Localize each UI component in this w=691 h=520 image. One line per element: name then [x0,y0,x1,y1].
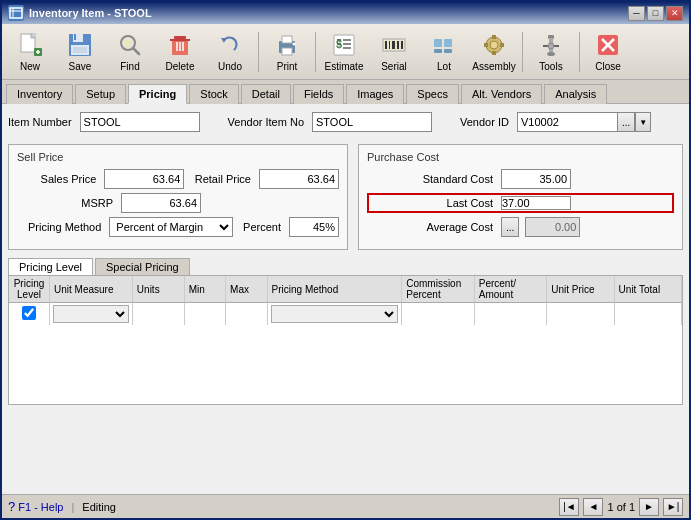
tab-inventory[interactable]: Inventory [6,84,73,104]
standard-cost-label: Standard Cost [367,173,497,185]
row-unit-measure-select[interactable] [53,305,129,323]
col-commission: CommissionPercent [402,276,475,303]
item-number-input[interactable] [80,112,200,132]
tab-images[interactable]: Images [346,84,404,104]
undo-icon [216,31,244,59]
row-method-cell[interactable] [267,303,402,325]
pricing-method-row: Pricing Method Percent of Margin Percent [17,217,339,237]
status-right: |◄ ◄ 1 of 1 ► ►| [559,498,683,516]
col-percent-amount: Percent/Amount [474,276,547,303]
estimate-button[interactable]: $ Estimate [320,28,368,76]
row-units-cell [132,303,184,325]
row-percent-cell [474,303,547,325]
save-button[interactable]: Save [56,28,104,76]
vendor-browse-button[interactable]: ... [617,112,635,132]
svg-rect-50 [484,43,488,47]
standard-cost-input[interactable] [501,169,571,189]
vendor-id-label: Vendor ID [460,116,509,128]
svg-rect-25 [282,36,292,43]
first-page-button[interactable]: |◄ [559,498,579,516]
vendor-item-no-input[interactable] [312,112,432,132]
msrp-row: MSRP [17,193,339,213]
retail-price-input[interactable] [259,169,339,189]
row-commission-cell [402,303,475,325]
main-content: Item Number Vendor Item No Vendor ID ...… [2,104,689,494]
percent-input[interactable] [289,217,339,237]
tab-specs[interactable]: Specs [406,84,459,104]
print-button[interactable]: Print [263,28,311,76]
tab-analysis[interactable]: Analysis [544,84,607,104]
svg-rect-17 [174,36,186,39]
row-checkbox-cell[interactable] [9,303,49,325]
pricing-method-select[interactable]: Percent of Margin [109,217,233,237]
last-cost-row: Last Cost [367,193,674,213]
delete-button[interactable]: Delete [156,28,204,76]
new-icon [16,31,44,59]
tab-detail[interactable]: Detail [241,84,291,104]
svg-line-15 [133,48,139,54]
svg-rect-37 [389,41,390,49]
row-method-select[interactable] [271,305,399,323]
last-page-button[interactable]: ►| [663,498,683,516]
svg-rect-33 [337,39,341,41]
svg-rect-39 [397,41,399,49]
item-number-label: Item Number [8,116,72,128]
maximize-button[interactable]: □ [647,6,664,21]
tab-stock[interactable]: Stock [189,84,239,104]
row-min-cell [184,303,225,325]
col-pricing-method: Pricing Method [267,276,402,303]
svg-point-55 [548,43,554,49]
sales-price-input[interactable] [104,169,184,189]
minimize-button[interactable]: ─ [628,6,645,21]
svg-rect-22 [170,39,190,41]
pricing-level-tab[interactable]: Pricing Level [8,258,93,275]
find-button[interactable]: Find [106,28,154,76]
tab-setup[interactable]: Setup [75,84,126,104]
close-button[interactable]: Close [584,28,632,76]
next-page-button[interactable]: ► [639,498,659,516]
average-cost-browse[interactable]: ... [501,217,519,237]
pricing-tab-strip: Pricing Level Special Pricing [8,258,683,275]
close-icon [594,31,622,59]
undo-label: Undo [218,61,242,72]
msrp-input[interactable] [121,193,201,213]
serial-label: Serial [381,61,407,72]
average-cost-input[interactable] [525,217,580,237]
tab-pricing[interactable]: Pricing [128,84,187,104]
prev-page-button[interactable]: ◄ [583,498,603,516]
row-unit-measure-cell[interactable] [49,303,132,325]
col-units: Units [132,276,184,303]
svg-rect-32 [343,47,351,49]
svg-rect-47 [492,35,496,39]
serial-icon [380,31,408,59]
special-pricing-tab[interactable]: Special Pricing [95,258,190,275]
separator-2 [315,32,316,72]
svg-rect-36 [385,41,387,49]
serial-button[interactable]: Serial [370,28,418,76]
svg-rect-40 [401,41,403,49]
save-icon [66,31,94,59]
svg-rect-48 [500,43,504,47]
sales-price-row: Sales Price Retail Price [17,169,339,189]
help-button[interactable]: ? F1 - Help [8,499,63,514]
close-window-button[interactable]: ✕ [666,6,683,21]
assembly-button[interactable]: Assembly [470,28,518,76]
col-unit-measure: Unit Measure [49,276,132,303]
undo-button[interactable]: Undo [206,28,254,76]
tab-alt-vendors[interactable]: Alt. Vendors [461,84,542,104]
last-cost-input[interactable] [501,196,571,210]
row-checkbox[interactable] [22,306,36,320]
lot-button[interactable]: Lot [420,28,468,76]
separator-3 [522,32,523,72]
close-label: Close [595,61,621,72]
vendor-dropdown-button[interactable]: ▼ [635,112,651,132]
tools-button[interactable]: Tools [527,28,575,76]
tab-fields[interactable]: Fields [293,84,344,104]
table-row [9,303,682,325]
page-current: 1 [607,501,613,513]
svg-rect-0 [10,8,22,18]
purchase-cost-section: Purchase Cost Standard Cost Last Cost Av… [358,144,683,250]
new-button[interactable]: New [6,28,54,76]
vendor-id-input[interactable] [517,112,617,132]
svg-point-27 [293,43,296,46]
